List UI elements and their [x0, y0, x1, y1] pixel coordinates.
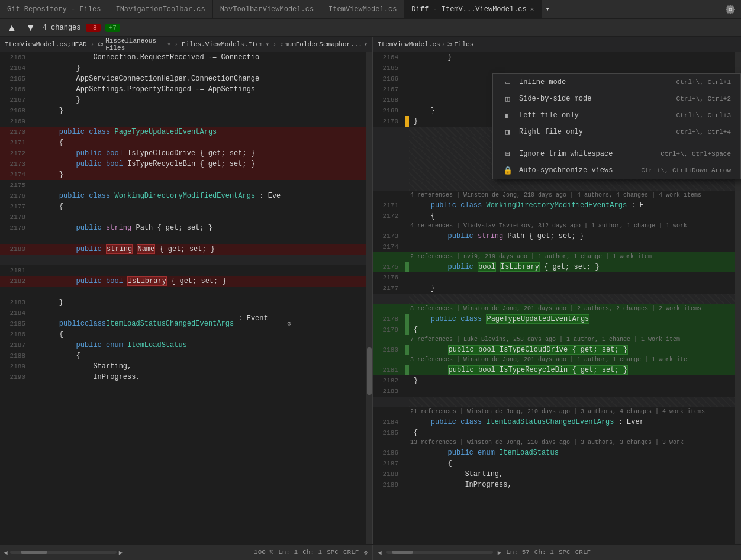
- right-ln: Ln: 57: [506, 549, 530, 556]
- tab-diff[interactable]: Diff - ItemV...ViewModel.cs ✕: [404, 0, 542, 18]
- breadcrumb-right-files: 🗂 Files: [446, 41, 473, 48]
- code-line: 2189 InProgress,: [373, 479, 741, 490]
- tab-label: INavigationToolbar.cs: [115, 5, 205, 14]
- menu-item-inline-label: Inline mode: [519, 78, 671, 86]
- code-line: 2169: [0, 116, 372, 127]
- code-line: 2189 Starting,: [0, 361, 372, 372]
- tab-inavigation[interactable]: INavigationToolbar.cs: [108, 0, 212, 18]
- tab-navtoolbar[interactable]: NavToolbarViewModel.cs: [213, 0, 321, 18]
- code-line: 2188 {: [0, 350, 372, 361]
- tab-label: ItemViewModel.cs: [328, 5, 397, 14]
- tab-close-icon[interactable]: ✕: [530, 5, 534, 13]
- menu-item-sidebyside[interactable]: ◫ Side-by-side mode Ctrl+\, Ctrl+2: [493, 91, 740, 107]
- code-line: 2184: [0, 308, 372, 318]
- menu-item-leftonly[interactable]: ◧ Left file only Ctrl+\, Ctrl+3: [493, 107, 740, 124]
- trim-whitespace-icon: ⊟: [502, 149, 513, 159]
- menu-item-trim[interactable]: ⊟ Ignore trim whitespace Ctrl+\, Ctrl+Sp…: [493, 146, 740, 162]
- code-line: 2186 public enum ItemLoadStatus: [373, 448, 741, 458]
- right-ch: Ch: 1: [534, 549, 554, 556]
- deletions-badge: -8: [86, 24, 101, 32]
- code-line-empty: [373, 397, 741, 407]
- left-ch: Ch: 1: [302, 549, 322, 556]
- codelens: 4 references | Vladyslav Tsvietkov, 312 …: [373, 221, 741, 231]
- left-zoom: 100 %: [254, 549, 273, 556]
- code-line-deleted: 2174 }: [0, 169, 372, 180]
- code-line: [0, 233, 372, 244]
- code-line: 2171 public class WorkingDirectoryModifi…: [373, 200, 741, 211]
- menu-item-trim-label: Ignore trim whitespace: [519, 150, 655, 158]
- menu-item-sidebyside-label: Side-by-side mode: [519, 95, 671, 103]
- code-line: 2167 }: [0, 95, 372, 105]
- codelens: 21 references | Winston de Jong, 210 day…: [373, 407, 741, 417]
- code-line: 2176: [373, 272, 741, 283]
- tab-overflow-btn[interactable]: ▾: [542, 0, 553, 18]
- additions-badge: +7: [105, 24, 120, 32]
- tab-bar: Git Repository - Files INavigationToolba…: [0, 0, 741, 19]
- code-line: 2183 }: [0, 297, 372, 308]
- left-header: ItemViewModel.cs;HEAD › 🗂 Miscellaneous …: [0, 37, 372, 52]
- code-line: 2187 public enum ItemLoadStatus: [0, 340, 372, 350]
- code-line: 2175: [0, 180, 372, 191]
- hscroll-thumb-left[interactable]: [21, 551, 47, 554]
- code-line-deleted: 2182 public bool IsLibrary { get; set; }: [0, 276, 372, 287]
- codelens: 4 references | Winston de Jong, 210 days…: [373, 191, 741, 200]
- scroll-left-btn[interactable]: ◀: [4, 549, 8, 556]
- view-mode-menu: ▭ Inline mode Ctrl+\, Ctrl+1 ◫ Side-by-s…: [492, 73, 741, 179]
- code-line: 2164 }: [373, 52, 741, 63]
- diff-toolbar: ▲ ▼ 4 changes -8 +7: [0, 19, 741, 37]
- next-change-btn[interactable]: ▼: [24, 21, 38, 34]
- right-enc: SPC: [559, 549, 571, 556]
- code-line-added: 2175 public bool IsLibrary { get; set; }: [373, 262, 741, 272]
- code-line: [0, 287, 372, 297]
- breadcrumb-enum-dropdown[interactable]: ▾: [364, 41, 368, 48]
- code-line: 2177 }: [373, 283, 741, 294]
- code-line-empty: [373, 294, 741, 304]
- feedback-icon[interactable]: ⚙: [363, 549, 368, 556]
- right-eol: CRLF: [575, 549, 591, 556]
- tab-itemviewmodel[interactable]: ItemViewModel.cs: [321, 0, 404, 18]
- code-line-deleted: 2172 public bool IsTypeCloudDrive { get;…: [0, 148, 372, 159]
- settings-gear-btn[interactable]: [720, 0, 741, 18]
- code-line: 2186 {: [0, 329, 372, 340]
- main-content: ItemViewModel.cs;HEAD › 🗂 Miscellaneous …: [0, 37, 741, 544]
- left-scrollbar-thumb[interactable]: [367, 347, 372, 395]
- left-eol: CRLF: [343, 549, 359, 556]
- code-line: 2185 public class ItemLoadStatusChangedE…: [0, 318, 372, 329]
- code-line-deleted: 2173 public bool IsTypeRecycleBin { get;…: [0, 159, 372, 169]
- code-line: 2165: [373, 63, 741, 73]
- menu-item-inline-shortcut: Ctrl+\, Ctrl+1: [676, 79, 731, 86]
- breadcrumb-files-dropdown[interactable]: ▾: [266, 41, 269, 48]
- code-line-deleted: 2171 {: [0, 137, 372, 148]
- right-scroll-right-btn[interactable]: ▶: [498, 549, 502, 556]
- tab-git-files[interactable]: Git Repository - Files: [0, 0, 108, 18]
- right-bottom-bar: ◀ ▶ Ln: 57 Ch: 1 SPC CRLF: [373, 545, 741, 560]
- menu-item-autosync-shortcut: Ctrl+\, Ctrl+Down Arrow: [641, 167, 731, 174]
- tab-label: NavToolbarViewModel.cs: [220, 5, 314, 14]
- menu-item-rightonly-shortcut: Ctrl+\, Ctrl+4: [676, 128, 731, 136]
- left-enc: SPC: [327, 549, 339, 556]
- menu-divider: [493, 143, 740, 143]
- menu-item-autosync[interactable]: 🔒 Auto-synchronize views Ctrl+\, Ctrl+Do…: [493, 162, 740, 179]
- code-line: 2179 public string Path { get; set; }: [0, 223, 372, 233]
- leftonly-mode-icon: ◧: [502, 111, 513, 120]
- right-scroll-left-btn[interactable]: ◀: [378, 549, 382, 556]
- menu-item-rightonly[interactable]: ◨ Right file only Ctrl+\, Ctrl+4: [493, 124, 740, 140]
- breadcrumb-misc-dropdown[interactable]: ▾: [167, 41, 170, 48]
- scroll-right-btn[interactable]: ▶: [119, 549, 123, 556]
- code-line: 2187 {: [373, 458, 741, 469]
- left-scrollbar[interactable]: [366, 52, 372, 544]
- menu-item-inline[interactable]: ▭ Inline mode Ctrl+\, Ctrl+1: [493, 74, 740, 91]
- inline-mode-icon: ▭: [502, 78, 513, 87]
- breadcrumb-enum: enumFolderSemaphor... ▾: [280, 41, 368, 48]
- code-line: 2177 {: [0, 201, 372, 212]
- code-line: 2172 {: [373, 211, 741, 221]
- code-line: 2183: [373, 386, 741, 397]
- breadcrumb-enum-label: enumFolderSemaphor...: [280, 41, 362, 48]
- prev-change-btn[interactable]: ▲: [5, 21, 19, 34]
- codelens: 3 references | Winston de Jong, 201 days…: [373, 355, 741, 365]
- hscroll-thumb-right[interactable]: [392, 551, 413, 554]
- code-line: 2163 Connection.RequestReceived -= Conne…: [0, 52, 372, 63]
- code-line-added: 2179 {: [373, 324, 741, 335]
- code-line-empty: [373, 180, 741, 191]
- left-code-area[interactable]: 2163 Connection.RequestReceived -= Conne…: [0, 52, 372, 544]
